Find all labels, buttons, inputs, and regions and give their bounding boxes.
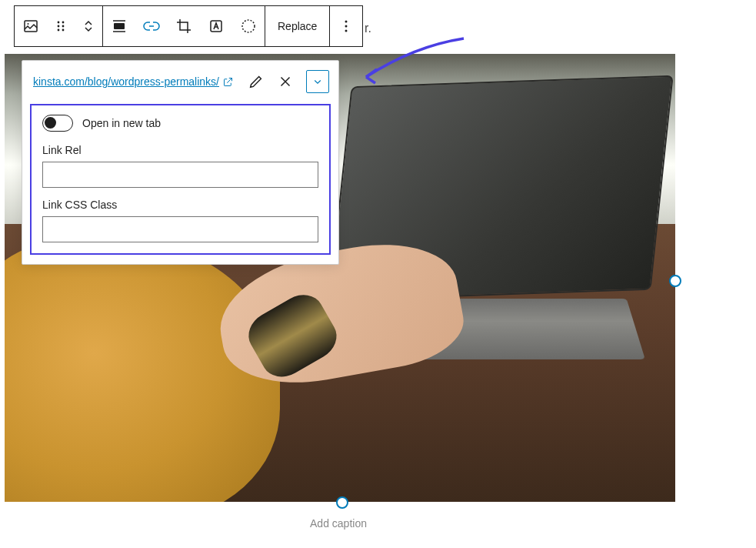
toggle-knob	[45, 117, 56, 129]
svg-point-2	[58, 22, 60, 24]
duotone-button[interactable]	[232, 6, 265, 46]
svg-point-1	[28, 23, 29, 25]
text-overlay-button[interactable]	[200, 6, 232, 46]
svg-point-4	[58, 25, 60, 28]
edit-link-button[interactable]	[245, 70, 268, 93]
toggle-advanced-button[interactable]	[306, 70, 329, 93]
remove-link-button[interactable]	[274, 70, 297, 93]
svg-rect-8	[114, 23, 125, 29]
crop-button[interactable]	[168, 6, 200, 46]
link-css-class-input[interactable]	[42, 216, 318, 242]
open-new-tab-label: Open in new tab	[82, 117, 161, 129]
crop-icon	[175, 17, 193, 35]
link-button[interactable]	[135, 6, 168, 46]
link-css-class-label: Link CSS Class	[42, 199, 318, 211]
align-icon	[110, 17, 128, 35]
move-up-down-button[interactable]	[75, 6, 102, 46]
link-rel-input[interactable]	[42, 162, 318, 188]
link-url-text: kinsta.com/blog/wordpress-permalinks/	[33, 75, 219, 88]
svg-point-15	[345, 30, 348, 32]
link-icon	[142, 17, 161, 35]
annotation-arrow	[352, 32, 468, 97]
align-button[interactable]	[103, 6, 135, 46]
svg-point-12	[242, 20, 255, 32]
svg-point-6	[58, 29, 60, 32]
image-block-button[interactable]	[15, 6, 47, 46]
image-icon	[22, 17, 40, 35]
svg-point-13	[345, 21, 348, 23]
drag-handle-button[interactable]	[47, 6, 75, 46]
replace-button[interactable]: Replace	[265, 6, 329, 46]
pencil-icon	[248, 73, 265, 90]
image-caption[interactable]: Add caption	[0, 517, 677, 530]
drag-icon	[52, 17, 70, 35]
resize-handle-right[interactable]	[669, 275, 681, 287]
link-settings-popover: kinsta.com/blog/wordpress-permalinks/ Op…	[22, 60, 339, 265]
text-a-icon	[207, 17, 225, 35]
duotone-icon	[239, 17, 258, 35]
resize-handle-bottom[interactable]	[336, 496, 348, 509]
svg-point-3	[62, 22, 65, 24]
svg-point-14	[345, 25, 348, 28]
chevron-up-down-icon	[79, 17, 98, 35]
close-icon	[277, 73, 294, 90]
chevron-down-icon	[311, 75, 325, 89]
link-advanced-settings: Open in new tab Link Rel Link CSS Class	[30, 104, 331, 255]
open-new-tab-toggle[interactable]	[42, 115, 73, 132]
svg-point-7	[62, 29, 65, 32]
external-link-icon	[222, 76, 234, 88]
link-url-display[interactable]: kinsta.com/blog/wordpress-permalinks/	[33, 75, 238, 88]
svg-point-5	[62, 25, 65, 28]
block-toolbar: Replace	[14, 5, 363, 47]
link-rel-label: Link Rel	[42, 144, 318, 156]
